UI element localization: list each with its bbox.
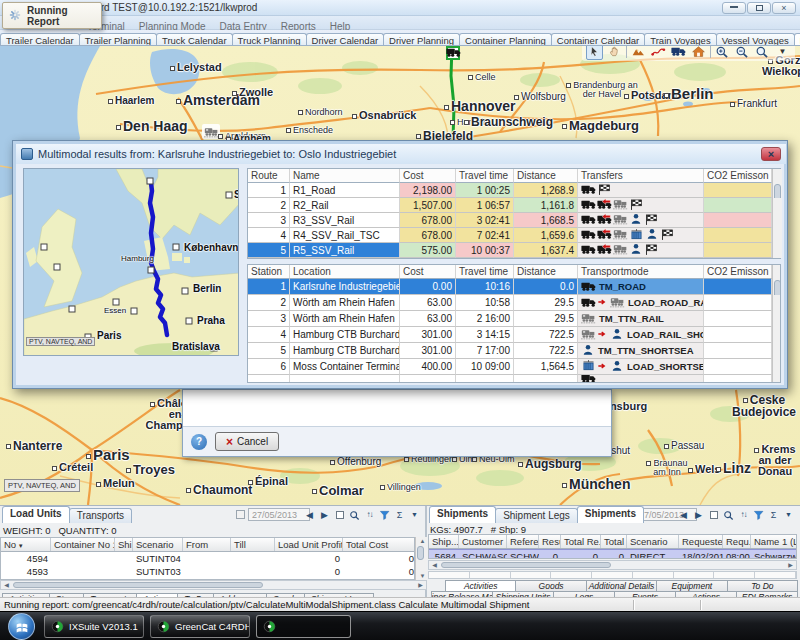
- close-button[interactable]: ×: [772, 2, 796, 14]
- caret-down-icon[interactable]: ▼: [408, 508, 421, 521]
- taskbar-item-1[interactable]: IXSuite V2013.1: [44, 615, 144, 638]
- pan-hand-icon[interactable]: [606, 46, 623, 60]
- filter-funnel-icon[interactable]: [378, 508, 391, 521]
- table-scrollbar[interactable]: [772, 375, 780, 383]
- filter-funnel-icon[interactable]: [752, 508, 765, 521]
- tab-container-calendar[interactable]: Container Calendar: [551, 33, 645, 46]
- date-field[interactable]: 27/05/2013: [248, 508, 310, 521]
- taskbar-item-2[interactable]: GreenCat C4RDH Pl...: [150, 615, 250, 638]
- table-scrollbar[interactable]: [772, 311, 781, 327]
- scroll-right-icon[interactable]: ▶: [785, 561, 796, 569]
- left-horizontal-scrollbar[interactable]: ◀ ▶: [0, 580, 427, 590]
- scroll-left-icon[interactable]: ◀: [429, 561, 440, 569]
- cancel-button[interactable]: × Cancel: [215, 432, 279, 451]
- column-header-total-cost[interactable]: Total Cost: [343, 538, 415, 551]
- next-icon[interactable]: ▶: [318, 508, 331, 521]
- left-vertical-scrollbar[interactable]: ▲ ▼: [415, 537, 427, 580]
- search-icon[interactable]: [348, 508, 361, 521]
- tab-vessel-voyages[interactable]: Vessel Voyages: [716, 33, 795, 46]
- start-button[interactable]: [8, 613, 35, 640]
- route-row-1[interactable]: 1R1_Road2,198.001 00:251,268.9: [248, 183, 780, 198]
- taskbar-item-3[interactable]: [256, 615, 351, 638]
- table-scrollbar[interactable]: [772, 265, 781, 279]
- tab-driver-planning[interactable]: Driver Planning: [383, 33, 460, 46]
- table-scrollbar[interactable]: [772, 213, 782, 228]
- column-header-total-[interactable]: Total ...: [601, 535, 627, 548]
- column-header-refere-[interactable]: Refere...: [507, 535, 539, 548]
- minimize-button[interactable]: [722, 2, 746, 14]
- route-row-2[interactable]: 2R2_Rail1,507.001 06:571,161.8: [248, 198, 780, 213]
- prev-icon[interactable]: ◀: [303, 508, 316, 521]
- column-header-name-1-l[interactable]: Name 1 (L: [751, 535, 797, 548]
- table-scrollbar[interactable]: [772, 228, 782, 243]
- station-row-partial[interactable]: [248, 375, 780, 383]
- sigma-icon[interactable]: Σ: [393, 508, 406, 521]
- table-scrollbar[interactable]: [772, 169, 782, 183]
- route-row-3[interactable]: 3R3_SSV_Rail678.003 02:411,668.5: [248, 213, 780, 228]
- box-icon[interactable]: [707, 508, 720, 521]
- table-row[interactable]: 5684SCHWASCHU1SCHWAR000DIRECT18/02/20130…: [429, 549, 796, 559]
- terrain-icon[interactable]: [630, 46, 647, 60]
- prev-icon[interactable]: ◀: [677, 508, 690, 521]
- table-row[interactable]: 4594SUTINT0400: [1, 552, 414, 565]
- date-checkbox[interactable]: [236, 510, 245, 519]
- tab-train-voyages[interactable]: Train Voyages: [644, 33, 716, 46]
- column-header-result[interactable]: Result: [539, 535, 561, 548]
- station-row-4[interactable]: 4Hamburg CTB Burchardkai301.003 14:15722…: [248, 327, 780, 343]
- home-icon[interactable]: [690, 46, 707, 60]
- tab-trailer-planning[interactable]: Trailer Planning: [79, 33, 157, 46]
- column-header-no[interactable]: No ▼: [1, 538, 51, 551]
- right-horizontal-scrollbar[interactable]: ◀ ▶: [428, 560, 797, 570]
- table-scrollbar[interactable]: [772, 279, 781, 295]
- route-row-5[interactable]: 5R5_SSV_Rail575.0010 00:371,637.4: [248, 243, 780, 258]
- column-header-scenario[interactable]: Scenario: [133, 538, 183, 551]
- caret-down-icon[interactable]: ▼: [774, 46, 791, 60]
- tab-shipments[interactable]: Shipments: [577, 506, 644, 523]
- column-header-scenario[interactable]: Scenario: [627, 535, 679, 548]
- box-icon[interactable]: [333, 508, 346, 521]
- column-header-container-no-1[interactable]: Container No 1: [51, 538, 115, 551]
- column-header-requested-[interactable]: Requested ...: [679, 535, 723, 548]
- column-header-requ-[interactable]: Requ...: [723, 535, 751, 548]
- tab-truck-calendar[interactable]: Truck Calendar: [156, 33, 233, 46]
- table-scrollbar[interactable]: [772, 198, 782, 213]
- table-scrollbar[interactable]: [772, 183, 782, 198]
- tab-transports[interactable]: Transports: [69, 508, 132, 523]
- tab-map[interactable]: Map: [794, 33, 800, 46]
- next-icon[interactable]: ▶: [692, 508, 705, 521]
- select-cursor-icon[interactable]: [586, 46, 603, 60]
- tab-shipment-legs[interactable]: Shipment Legs: [495, 508, 578, 523]
- dialog-close-button[interactable]: ×: [761, 147, 781, 161]
- column-header-total-re-[interactable]: Total Re...: [561, 535, 601, 548]
- table-scrollbar[interactable]: [772, 243, 782, 258]
- measure-route-icon[interactable]: [650, 46, 667, 60]
- table-scrollbar[interactable]: [772, 295, 781, 311]
- tab-load-units[interactable]: Load Units: [2, 506, 70, 523]
- station-row-6[interactable]: 6Moss Container Terminal400.0010 09:001,…: [248, 359, 780, 375]
- zoom-out-icon[interactable]: [734, 46, 751, 60]
- station-row-3[interactable]: 3Wörth am Rhein Hafen63.002 16:0029.5TM_…: [248, 311, 780, 327]
- table-scrollbar[interactable]: [772, 327, 781, 343]
- station-row-2[interactable]: 2Wörth am Rhein Hafen63.0010:5829.5LOAD_…: [248, 295, 780, 311]
- column-header-customer[interactable]: Customer: [459, 535, 507, 548]
- table-scrollbar[interactable]: [772, 359, 781, 375]
- tab-shipments[interactable]: Shipments: [429, 506, 496, 523]
- scroll-left-icon[interactable]: ◀: [1, 581, 12, 589]
- route-row-4[interactable]: 4R4_SSV_Rail_TSC678.007 02:411,659.6: [248, 228, 780, 243]
- station-row-1[interactable]: 1Karlsruhe Industriegebiet0.0010:160.0TM…: [248, 279, 780, 295]
- search-icon[interactable]: [722, 508, 735, 521]
- caret-down-icon[interactable]: ▼: [782, 508, 795, 521]
- column-header-till[interactable]: Till: [231, 538, 275, 551]
- column-header-load-unit-profit[interactable]: Load Unit Profit: [275, 538, 343, 551]
- column-header-from[interactable]: From: [183, 538, 231, 551]
- help-button[interactable]: ?: [191, 434, 207, 450]
- maximize-button[interactable]: [747, 2, 771, 14]
- truck-icon[interactable]: [670, 46, 687, 60]
- tab-truck-planning[interactable]: Truck Planning: [232, 33, 307, 46]
- tab-trailer-calendar[interactable]: Trailer Calendar: [0, 33, 80, 46]
- dialog-title-bar[interactable]: Multimodal results from: Karlsruhe Indus…: [16, 144, 786, 164]
- station-row-5[interactable]: 5Hamburg CTB Burchardkai301.007 17:00722…: [248, 343, 780, 359]
- table-row[interactable]: 4593SUTINT0300: [1, 565, 414, 578]
- sort-icon[interactable]: ↑↓: [363, 508, 376, 521]
- sigma-icon[interactable]: Σ: [767, 508, 780, 521]
